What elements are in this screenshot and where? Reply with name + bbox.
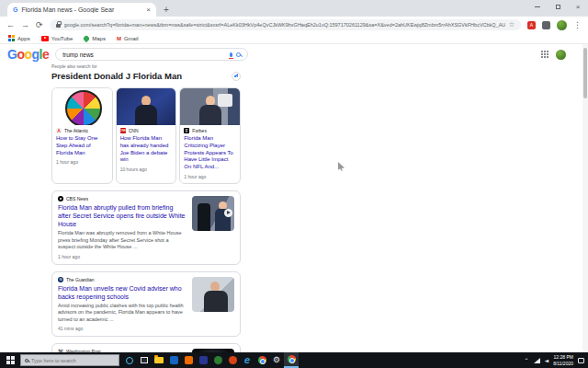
new-tab-button[interactable]: + bbox=[164, 5, 169, 15]
settings-button[interactable]: ⚙ bbox=[269, 352, 284, 368]
account-avatar[interactable] bbox=[556, 50, 566, 60]
google-favicon-icon: G bbox=[13, 6, 17, 13]
chrome-icon bbox=[288, 355, 296, 363]
top-stories-carousel: A The Atlantic How to Stay One Step Ahea… bbox=[51, 87, 241, 184]
bookmark-star-icon[interactable]: ☆ bbox=[509, 21, 514, 29]
apps-grid-icon bbox=[8, 35, 15, 41]
google-logo[interactable]: Google bbox=[7, 48, 49, 61]
source-name: CBS News bbox=[66, 196, 88, 201]
page-scrollbar[interactable] bbox=[582, 44, 588, 352]
taskbar-app-button[interactable] bbox=[210, 352, 225, 368]
cortana-button[interactable] bbox=[122, 352, 137, 368]
app-icon bbox=[199, 356, 208, 364]
notification-center-icon[interactable] bbox=[578, 358, 584, 363]
taskbar-app-button[interactable] bbox=[166, 352, 181, 368]
windows-taskbar: e ⚙ ⌃ ◄ 12:28 PM 8/11/2020 bbox=[0, 352, 588, 368]
story-title[interactable]: How to Stay One Step Ahead of Florida Ma… bbox=[56, 135, 108, 156]
search-input[interactable] bbox=[62, 52, 226, 58]
forward-icon[interactable]: → bbox=[21, 21, 29, 29]
internet-explorer-button[interactable]: e bbox=[240, 352, 254, 368]
file-explorer-button[interactable] bbox=[152, 352, 166, 368]
active-chrome-window-button[interactable] bbox=[284, 352, 299, 368]
bookmark-gmail[interactable]: M Gmail bbox=[117, 36, 139, 41]
bookmark-label: Maps bbox=[92, 36, 106, 41]
google-search-box[interactable] bbox=[55, 48, 248, 61]
browser-menu-icon[interactable]: ⋮ bbox=[573, 20, 582, 29]
story-card[interactable]: A The Atlantic How to Stay One Step Ahea… bbox=[51, 87, 113, 184]
result-title[interactable]: Florida Man unveils new Covid adviser wh… bbox=[58, 284, 187, 301]
app-icon bbox=[214, 356, 222, 364]
folder-icon bbox=[154, 357, 164, 363]
window-close-button[interactable]: × bbox=[568, 0, 588, 13]
chrome-icon bbox=[258, 356, 266, 364]
taskbar-app-button[interactable] bbox=[181, 352, 196, 368]
app-icon bbox=[229, 356, 237, 364]
start-button[interactable] bbox=[0, 352, 20, 368]
browser-tab[interactable]: G Florida Man news - Google Sear × bbox=[7, 3, 156, 17]
cortana-icon bbox=[126, 357, 133, 364]
windows-logo-icon bbox=[6, 356, 15, 364]
header-right bbox=[541, 50, 566, 60]
story-card[interactable]: F Forbes Florida Man Criticizing Player … bbox=[179, 87, 241, 184]
internet-explorer-icon: e bbox=[244, 355, 250, 365]
task-view-button[interactable] bbox=[137, 352, 152, 368]
chrome-button[interactable] bbox=[254, 352, 269, 368]
browser-toolbar: ← → ⟳ google.com/search?q=florida+man+ne… bbox=[0, 17, 588, 33]
google-apps-icon[interactable] bbox=[541, 51, 548, 58]
tab-title: Florida Man news - Google Sear bbox=[21, 6, 142, 13]
bookmark-youtube[interactable]: YouTube bbox=[41, 36, 74, 41]
search-icon[interactable] bbox=[236, 52, 241, 57]
maps-pin-icon bbox=[83, 34, 90, 41]
back-icon[interactable]: ← bbox=[6, 21, 15, 29]
taskbar-clock[interactable]: 12:28 PM 8/11/2020 bbox=[553, 354, 573, 366]
news-result[interactable]: CBS News Florida Man abruptly pulled fro… bbox=[51, 190, 241, 265]
url-bar[interactable]: google.com/search?q=florida+man+news&tbm… bbox=[50, 19, 521, 30]
result-thumbnail[interactable] bbox=[192, 196, 234, 231]
task-view-icon bbox=[141, 357, 148, 363]
guardian-logo-icon: G bbox=[58, 277, 63, 282]
reload-icon[interactable]: ⟳ bbox=[36, 21, 43, 29]
taskbar-app-button[interactable] bbox=[196, 352, 210, 368]
cbs-logo-icon bbox=[58, 196, 63, 201]
result-thumbnail[interactable] bbox=[192, 277, 234, 312]
story-card[interactable]: CNN CNN How Florida Man has already hand… bbox=[116, 87, 177, 184]
volume-icon[interactable]: ◄ bbox=[545, 358, 549, 363]
result-snippet: Florida Man was abruptly removed from a … bbox=[58, 230, 187, 250]
people-also-label: People also search for bbox=[51, 63, 241, 69]
page-title: President Donald J Florida Man bbox=[51, 71, 182, 81]
results-column: People also search for President Donald … bbox=[51, 63, 241, 352]
result-snippet: Amid increasing public clashes with his … bbox=[58, 303, 187, 323]
lock-icon bbox=[56, 24, 61, 28]
clock-date: 8/11/2020 bbox=[553, 361, 573, 367]
scrollbar-thumb[interactable] bbox=[583, 48, 587, 98]
audio-button[interactable] bbox=[232, 72, 241, 81]
taskbar-search-input[interactable] bbox=[31, 358, 114, 363]
taskbar-app-button[interactable] bbox=[225, 352, 240, 368]
bookmark-apps[interactable]: Apps bbox=[8, 35, 30, 41]
extension-icon[interactable] bbox=[542, 21, 550, 29]
story-title[interactable]: Florida Man Criticizing Player Protests … bbox=[184, 135, 236, 171]
story-title[interactable]: How Florida Man has already handed Joe B… bbox=[120, 135, 173, 164]
extension-icon[interactable]: A bbox=[527, 21, 536, 29]
tab-close-icon[interactable]: × bbox=[146, 6, 151, 14]
network-icon[interactable] bbox=[534, 358, 540, 363]
story-time: 1 hour ago bbox=[184, 174, 236, 179]
speaker-icon bbox=[234, 74, 239, 78]
hidden-icons-chevron[interactable]: ⌃ bbox=[524, 358, 528, 363]
tab-strip: G Florida Man news - Google Sear × + × bbox=[0, 0, 588, 17]
result-time: 1 hour ago bbox=[58, 254, 187, 259]
story-thumbnail bbox=[180, 88, 240, 125]
page-content: Google People also search for President … bbox=[0, 44, 588, 352]
minimize-button[interactable] bbox=[527, 0, 548, 13]
maximize-button[interactable] bbox=[548, 0, 568, 13]
bookmark-maps[interactable]: Maps bbox=[84, 36, 106, 41]
result-title[interactable]: Florida Man abruptly pulled from briefin… bbox=[58, 203, 187, 228]
news-result[interactable]: G The Guardian Florida Man unveils new C… bbox=[51, 271, 241, 337]
window-controls: × bbox=[527, 0, 588, 13]
browser-profile-avatar[interactable] bbox=[557, 20, 567, 30]
story-time: 1 hour ago bbox=[56, 159, 108, 165]
youtube-icon bbox=[41, 36, 49, 41]
mic-icon[interactable] bbox=[230, 52, 232, 57]
news-result[interactable]: W Washington Post Election 2020 live upd… bbox=[51, 343, 241, 352]
taskbar-search[interactable] bbox=[20, 354, 119, 366]
